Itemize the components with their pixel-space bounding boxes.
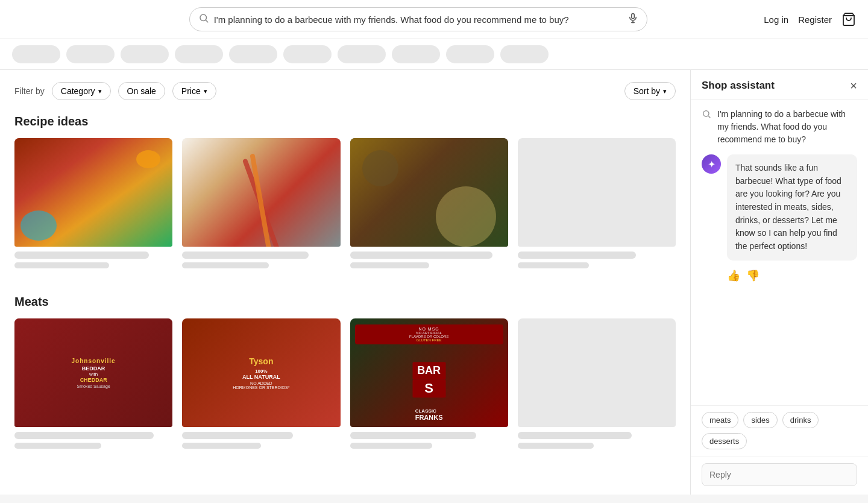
meat-card-3-info <box>350 427 508 454</box>
category-filter-label: Category <box>61 86 95 96</box>
product-price-placeholder <box>14 262 109 268</box>
content-area: Filter by Category ▾ On sale Price ▾ Sor… <box>0 70 690 495</box>
meat-card-3[interactable]: NO MSG NO ARTIFICIALFLAVORS OR COLORS GL… <box>350 318 508 454</box>
quick-replies: meats sides drinks desserts <box>691 405 868 457</box>
recipe-card-2-info <box>182 247 340 273</box>
product-title-placeholder <box>350 432 477 439</box>
recipe-ideas-section: Recipe ideas <box>14 115 676 273</box>
assistant-body: I'm planning to do a barbecue with my fr… <box>691 100 868 405</box>
query-search-icon <box>702 109 711 121</box>
chevron-down-icon-price: ▾ <box>204 87 207 95</box>
recipe-card-1-info <box>14 247 172 273</box>
meats-grid: Johnsonville BEDDAR with CHEDDAR Smoked … <box>14 318 676 454</box>
recipe-card-4-info <box>518 247 676 273</box>
product-title-placeholder <box>182 252 309 259</box>
svg-line-1 <box>206 20 207 22</box>
nav-tab-8[interactable] <box>392 45 440 63</box>
recipe-image-4 <box>518 138 676 247</box>
assistant-bubble: That sounds like a fun barbecue! What ty… <box>727 154 857 261</box>
recipe-ideas-title: Recipe ideas <box>14 115 676 128</box>
on-sale-filter-button[interactable]: On sale <box>118 82 165 100</box>
meat-card-4[interactable] <box>518 318 676 454</box>
price-filter-label: Price <box>181 86 201 96</box>
user-query-text: I'm planning to do a barbecue with my fr… <box>717 108 857 146</box>
product-price-placeholder <box>350 443 432 449</box>
nav-tab-10[interactable] <box>500 45 549 63</box>
recipe-card-4[interactable] <box>518 138 676 273</box>
register-link[interactable]: Register <box>798 14 832 25</box>
product-title-placeholder <box>14 432 154 439</box>
svg-rect-2 <box>631 14 634 19</box>
quick-chip-sides[interactable]: sides <box>743 412 777 428</box>
product-title-placeholder <box>518 432 632 439</box>
chevron-down-icon: ▾ <box>98 87 102 95</box>
meats-section: Meats Johnsonville BEDDAR with CHEDDAR S… <box>14 295 676 454</box>
reply-input[interactable] <box>702 463 857 486</box>
search-icon <box>198 13 209 26</box>
filter-label: Filter by <box>14 86 45 96</box>
recipe-image-3 <box>350 138 508 247</box>
feedback-row: 👍 👎 <box>702 269 857 282</box>
thumbs-up-button[interactable]: 👍 <box>727 269 740 282</box>
header: I'm planning to do a barbecue with my fr… <box>0 0 868 39</box>
sort-button[interactable]: Sort by ▾ <box>624 82 676 100</box>
product-title-placeholder <box>350 252 492 259</box>
meat-image-2: Tyson 100% ALL NATURAL NO ADDEDHORMONES … <box>182 318 340 427</box>
assistant-title: Shop assistant <box>702 80 775 92</box>
sort-label: Sort by <box>634 86 660 96</box>
nav-tab-2[interactable] <box>66 45 115 63</box>
meat-card-4-info <box>518 427 676 454</box>
product-price-placeholder <box>182 262 269 268</box>
shop-assistant-panel: Shop assistant × I'm planning to do a ba… <box>690 70 868 495</box>
product-price-placeholder <box>350 262 429 268</box>
recipe-card-3-info <box>350 247 508 273</box>
category-filter-button[interactable]: Category ▾ <box>52 82 111 100</box>
meat-image-3: NO MSG NO ARTIFICIALFLAVORS OR COLORS GL… <box>350 318 508 427</box>
meat-card-2[interactable]: Tyson 100% ALL NATURAL NO ADDEDHORMONES … <box>182 318 340 454</box>
close-assistant-button[interactable]: × <box>850 80 857 92</box>
nav-tab-4[interactable] <box>175 45 223 63</box>
meat-card-1[interactable]: Johnsonville BEDDAR with CHEDDAR Smoked … <box>14 318 172 454</box>
nav-tab-6[interactable] <box>283 45 332 63</box>
assistant-avatar: ✦ <box>702 154 721 174</box>
recipe-card-1[interactable] <box>14 138 172 273</box>
price-filter-button[interactable]: Price ▾ <box>172 82 216 100</box>
quick-chip-drinks[interactable]: drinks <box>782 412 819 428</box>
search-input[interactable]: I'm planning to do a barbecue with my fr… <box>214 14 623 25</box>
svg-line-7 <box>708 116 710 118</box>
quick-chip-desserts[interactable]: desserts <box>702 433 747 449</box>
product-price-placeholder <box>14 443 101 449</box>
microphone-icon[interactable] <box>627 13 638 26</box>
recipe-card-2[interactable] <box>182 138 340 273</box>
chevron-down-icon-sort: ▾ <box>663 87 667 95</box>
filter-bar: Filter by Category ▾ On sale Price ▾ Sor… <box>14 82 676 100</box>
product-title-placeholder <box>182 432 293 439</box>
meat-card-2-info <box>182 427 340 454</box>
user-query-row: I'm planning to do a barbecue with my fr… <box>702 108 857 146</box>
nav-tab-3[interactable] <box>121 45 169 63</box>
svg-point-0 <box>200 14 207 21</box>
svg-point-6 <box>703 111 709 116</box>
quick-chip-meats[interactable]: meats <box>702 412 738 428</box>
cart-icon[interactable] <box>841 12 856 27</box>
search-bar[interactable]: I'm planning to do a barbecue with my fr… <box>189 7 647 31</box>
nav-tab-1[interactable] <box>12 45 60 63</box>
product-price-placeholder <box>518 262 589 268</box>
header-actions: Log in Register <box>764 12 856 27</box>
login-link[interactable]: Log in <box>764 14 788 25</box>
recipe-image-2 <box>182 138 340 247</box>
nav-tabs <box>0 39 868 70</box>
recipe-ideas-grid <box>14 138 676 273</box>
thumbs-down-button[interactable]: 👎 <box>746 269 760 282</box>
assistant-response-row: ✦ That sounds like a fun barbecue! What … <box>702 154 857 261</box>
meat-card-1-info <box>14 427 172 454</box>
product-price-placeholder <box>182 443 261 449</box>
product-title-placeholder <box>14 252 149 259</box>
main-layout: Filter by Category ▾ On sale Price ▾ Sor… <box>0 70 868 495</box>
recipe-card-3[interactable] <box>350 138 508 273</box>
nav-tab-7[interactable] <box>338 45 386 63</box>
nav-tab-5[interactable] <box>229 45 277 63</box>
recipe-image-1 <box>14 138 172 247</box>
nav-tab-9[interactable] <box>446 45 494 63</box>
meats-title: Meats <box>14 295 676 309</box>
